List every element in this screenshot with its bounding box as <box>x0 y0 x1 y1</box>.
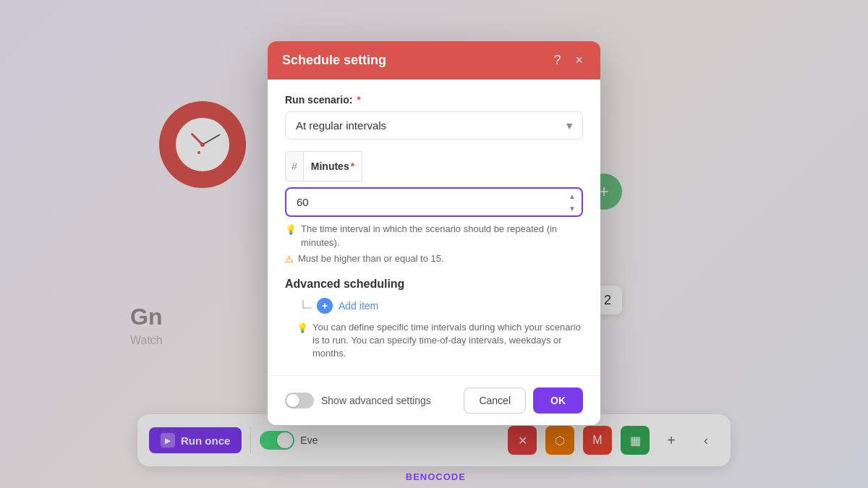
show-advanced-label: Show advanced settings <box>321 395 431 406</box>
spin-up-button[interactable]: ▲ <box>564 190 580 202</box>
run-scenario-select-wrapper: At regular intervals Once Immediately ▼ <box>285 111 583 140</box>
run-scenario-select[interactable]: At regular intervals Once Immediately <box>285 111 583 140</box>
add-item-icon[interactable]: + <box>317 298 333 314</box>
hint-interval: 💡 The time interval in which the scenari… <box>285 223 583 249</box>
advanced-section-title: Advanced scheduling <box>285 278 583 291</box>
hash-label: # <box>285 151 303 181</box>
required-indicator: * <box>354 94 360 106</box>
modal-body: Run scenario: * At regular intervals Onc… <box>268 80 600 374</box>
footer-buttons: Cancel OK <box>464 388 583 414</box>
modal-close-button[interactable]: × <box>572 53 586 68</box>
hint-icon-2: ⚠ <box>285 253 294 266</box>
advanced-hint: 💡 You can define specific time intervals… <box>297 321 583 361</box>
modal-overlay: Schedule setting ? × Run scenario: * At … <box>0 0 868 488</box>
modal-footer: Show advanced settings Cancel OK <box>268 375 600 425</box>
modal-header: Schedule setting ? × <box>268 41 600 80</box>
minutes-input[interactable] <box>285 187 583 217</box>
modal-help-button[interactable]: ? <box>550 53 563 68</box>
minutes-row: # Minutes * <box>285 151 583 181</box>
cancel-button[interactable]: Cancel <box>464 388 526 414</box>
run-scenario-label: Run scenario: * <box>285 94 583 106</box>
show-advanced-row: Show advanced settings <box>285 393 431 408</box>
hint-minimum: ⚠ Must be higher than or equal to 15. <box>285 252 583 266</box>
hint-icon-1: 💡 <box>285 223 297 236</box>
spin-buttons: ▲ ▼ <box>564 190 580 214</box>
ok-button[interactable]: OK <box>533 388 583 414</box>
brand-name: BENOCODE <box>406 471 466 482</box>
add-item-row: + Add item <box>297 298 583 314</box>
spin-down-button[interactable]: ▼ <box>564 202 580 214</box>
add-item-label[interactable]: Add item <box>339 300 378 312</box>
minutes-required: * <box>351 160 354 172</box>
show-advanced-toggle[interactable] <box>285 393 314 408</box>
modal-header-actions: ? × <box>550 53 586 68</box>
connector-line <box>302 300 311 309</box>
schedule-setting-modal: Schedule setting ? × Run scenario: * At … <box>268 41 600 424</box>
modal-title: Schedule setting <box>282 53 386 68</box>
brand-footer: ·BENOCODE <box>402 471 466 482</box>
minutes-label: Minutes * <box>304 151 362 181</box>
minutes-input-wrapper: ▲ ▼ <box>285 187 583 217</box>
advanced-hint-icon: 💡 <box>297 322 308 335</box>
